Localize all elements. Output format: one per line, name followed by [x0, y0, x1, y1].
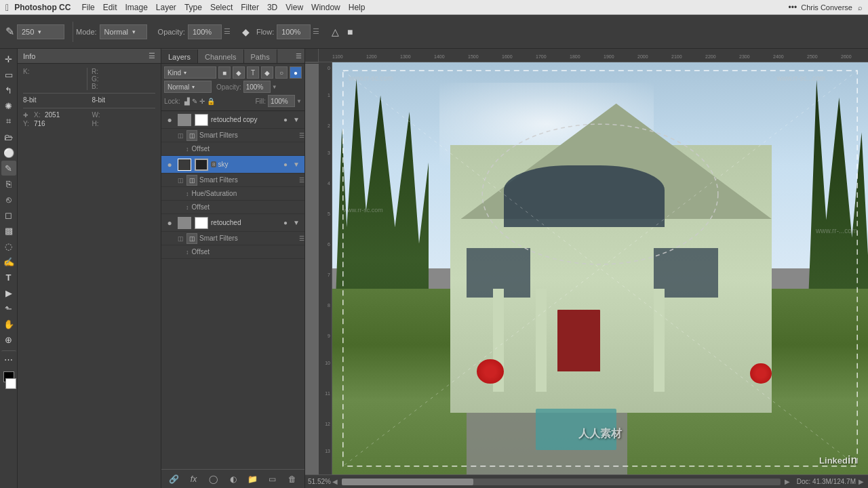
sublayer-smart-filters-sky[interactable]: ◫ ◫ Smart Filters ☰ [161, 174, 304, 187]
layer-vis-extra[interactable]: ● [280, 115, 291, 125]
fill-input[interactable]: 100% [268, 95, 295, 107]
menu-file[interactable]: File [81, 3, 94, 12]
fill-slider-arrow[interactable]: ▼ [296, 98, 302, 104]
sublayer-smart-filters-1[interactable]: ◫ ◫ Smart Filters ☰ [161, 129, 304, 142]
background-color-swatch[interactable] [5, 378, 16, 389]
sublayer-menu-sky[interactable]: ☰ [299, 177, 304, 184]
sublayer-menu-retouched[interactable]: ☰ [299, 235, 304, 242]
layer-retouched-copy[interactable]: ● retouched copy ● ▼ [161, 111, 304, 129]
sublayer-smart-filters-retouched[interactable]: ◫ ◫ Smart Filters ☰ [161, 232, 304, 245]
menu-window[interactable]: Window [311, 3, 340, 12]
opacity-input[interactable]: 100% [243, 81, 271, 93]
scroll-right-btn[interactable]: ▶ [785, 478, 790, 485]
rectangular-marquee-tool[interactable]: ▭ [1, 67, 16, 82]
tab-layers[interactable]: Layers [161, 49, 198, 63]
info-panel-menu[interactable]: ☰ [149, 52, 155, 60]
airbrush-toggle[interactable]: ◆ [239, 24, 254, 39]
menu-help[interactable]: Help [349, 3, 366, 12]
opacity-slider-arrow[interactable]: ▼ [272, 84, 277, 90]
sublayer-offset-1[interactable]: ↕ Offset [161, 142, 304, 156]
brush-tool[interactable]: ✎ [1, 161, 16, 176]
apple-menu[interactable]:  [5, 2, 9, 13]
menu-layer[interactable]: Layer [156, 3, 176, 12]
path-select-tool[interactable]: ▶ [1, 285, 16, 300]
gradient-tool[interactable]: ▩ [1, 223, 16, 238]
delete-layer-btn[interactable]: 🗑 [285, 472, 299, 486]
menu-3d[interactable]: 3D [267, 3, 277, 12]
clone-stamp-tool[interactable]: ⎘ [1, 176, 16, 191]
link-layers-btn[interactable]: 🔗 [167, 472, 181, 486]
healing-brush-tool[interactable]: ⚪ [1, 145, 16, 160]
brush-size-display[interactable]: 250 [17, 24, 64, 39]
custom-shape-tool[interactable]: ⬑ [1, 301, 16, 316]
new-layer-btn[interactable]: ▭ [266, 472, 279, 486]
horizontal-scrollbar[interactable] [342, 479, 781, 485]
filter-type-btn[interactable]: T [247, 66, 259, 79]
layer-expand-btn[interactable]: ▼ [291, 115, 302, 125]
pen-tool[interactable]: ✍ [1, 254, 16, 269]
sky-vis-extra[interactable]: ● [280, 159, 291, 170]
menu-edit[interactable]: Edit [103, 3, 117, 12]
hand-tool[interactable]: ✋ [1, 317, 16, 331]
filter-shape-btn[interactable]: ◆ [261, 66, 273, 79]
more-tools-btn[interactable]: ⋯ [1, 350, 16, 365]
tab-paths[interactable]: Paths [244, 49, 277, 63]
menu-view[interactable]: View [285, 3, 303, 12]
sublayer-offset-sky[interactable]: ↕ Offset [161, 201, 304, 214]
flow-slider-icon[interactable]: ☰ [313, 27, 319, 36]
layer-filter-dropdown[interactable]: Kind [164, 66, 216, 79]
add-adjustment-btn[interactable]: ◐ [226, 472, 240, 486]
canvas-window[interactable]: 0 1 2 3 4 5 6 7 8 9 10 11 12 13 14 [319, 62, 868, 474]
enable-pressure-icon[interactable]: △ [328, 24, 342, 39]
brush-preset-picker[interactable]: ✎ 250 [5, 24, 64, 39]
mode-dropdown[interactable]: Normal [100, 24, 147, 39]
type-tool[interactable]: T [1, 270, 16, 285]
filter-smart-btn[interactable]: ○ [275, 66, 288, 79]
opacity-value-display[interactable]: 100% [188, 24, 222, 39]
zoom-tool[interactable]: ⊕ [1, 332, 16, 347]
visibility-toggle-retouched[interactable]: ● [164, 218, 175, 228]
eraser-tool[interactable]: ◻ [1, 207, 16, 222]
sky-expand-btn[interactable]: ▼ [291, 159, 302, 170]
blend-mode-dropdown[interactable]: Normal [164, 81, 212, 93]
layers-panel-menu-btn[interactable]: ☰ [296, 52, 302, 60]
menu-image[interactable]: Image [125, 3, 147, 12]
filter-pixel-btn[interactable]: ■ [218, 66, 231, 79]
image-canvas[interactable]: 人人素材 Linkedin www.rr-sc.com www.rr-sc...… [332, 62, 868, 474]
menu-search-icon[interactable]: ⌕ [858, 3, 863, 12]
filter-adj-btn[interactable]: ◆ [233, 66, 245, 79]
doc-info-expand[interactable]: ▶ [859, 478, 864, 485]
retouched-expand-btn[interactable]: ▼ [291, 218, 302, 228]
sublayer-hue-saturation[interactable]: ↕ Hue/Saturation [161, 187, 304, 201]
flow-value-display[interactable]: 100% [277, 24, 311, 39]
move-tool[interactable]: ✛ [1, 52, 16, 66]
smooth-icon[interactable]: ■ [342, 24, 357, 39]
eyedropper-tool[interactable]: 🗁 [1, 129, 16, 144]
filter-toggle[interactable]: ● [290, 66, 302, 79]
fx-btn[interactable]: fx [187, 472, 201, 486]
visibility-toggle-sky[interactable]: ● [164, 159, 175, 170]
retouched-vis-extra[interactable]: ● [280, 218, 291, 228]
layer-retouched[interactable]: ● retouched ● ▼ [161, 214, 304, 232]
menu-type[interactable]: Type [184, 3, 202, 12]
sublayer-menu-1[interactable]: ☰ [299, 132, 304, 139]
history-brush-tool[interactable]: ⎋ [1, 192, 16, 207]
lock-image-btn[interactable]: ✎ [192, 98, 197, 105]
lasso-tool[interactable]: ↰ [1, 83, 16, 98]
crop-tool[interactable]: ⌗ [1, 114, 16, 129]
scroll-left-btn[interactable]: ◀ [332, 478, 338, 485]
add-mask-btn[interactable]: ◯ [207, 472, 220, 486]
lock-all-btn[interactable]: 🔒 [207, 98, 215, 105]
layer-sky[interactable]: ● 8 sky ● ▼ [161, 156, 304, 174]
quick-select-tool[interactable]: ✺ [1, 98, 16, 113]
lock-transparent-btn[interactable]: ▟ [184, 98, 190, 105]
add-group-btn[interactable]: 📁 [246, 472, 260, 486]
lock-position-btn[interactable]: ✛ [199, 98, 205, 105]
sublayer-offset-retouched[interactable]: ↕ Offset [161, 245, 304, 259]
opacity-slider-icon[interactable]: ☰ [224, 27, 231, 36]
tab-channels[interactable]: Channels [198, 49, 243, 63]
menu-select[interactable]: Select [210, 3, 233, 12]
visibility-toggle-retouched-copy[interactable]: ● [164, 115, 175, 125]
dodge-tool[interactable]: ◌ [1, 239, 16, 253]
menu-filter[interactable]: Filter [241, 3, 259, 12]
